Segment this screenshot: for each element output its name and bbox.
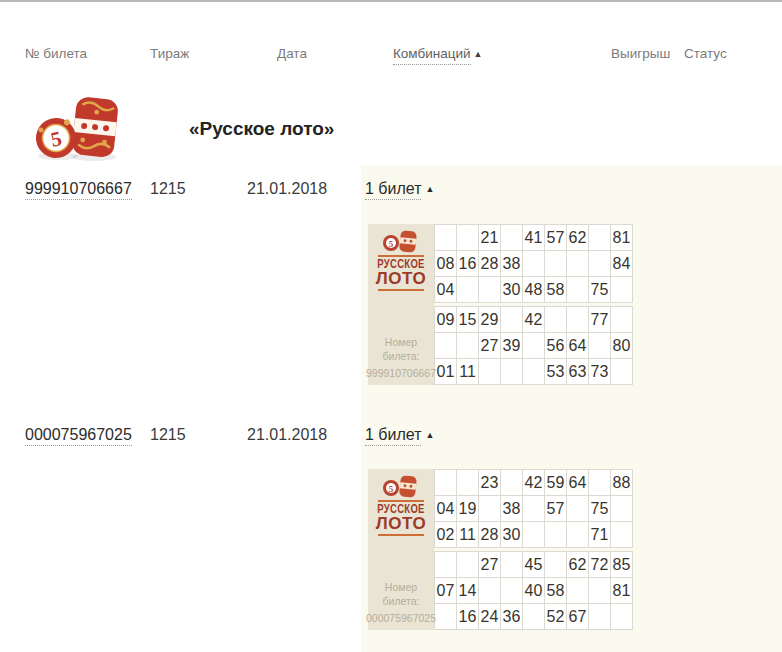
ticket-grid-cell: 28 (479, 251, 500, 276)
brand-title-bottom: ЛОТО (376, 515, 426, 532)
ticket-grid-cell: 42 (523, 470, 544, 495)
ticket-grid-cell: 30 (501, 277, 522, 302)
ticket-grid-cell: 14 (457, 578, 478, 603)
ticket-grid-cell (479, 359, 500, 384)
ticket-grid-cell (457, 225, 478, 250)
ticket-grid-cell (611, 277, 632, 302)
draw-date: 21.01.2018 (247, 180, 327, 198)
ticket-grid-cell (523, 496, 544, 521)
ticket-grid-lower: 091529427727395664800111536373 (434, 306, 633, 385)
ticket-grids: 214157628108162838840430485875 091529427… (434, 224, 633, 385)
combinations-toggle[interactable]: 1 билет▲ (365, 180, 434, 198)
ticket-grid-cell (435, 225, 456, 250)
ticket-brand-panel: 5 РУССКОЕ ЛОТО Номер билета: 00007596702… (368, 469, 434, 630)
brand-title-bottom: ЛОТО (376, 270, 426, 287)
ticket-grid-cell: 62 (567, 225, 588, 250)
combinations-toggle[interactable]: 1 билет▲ (365, 426, 434, 444)
ticket-grid-cell: 38 (501, 496, 522, 521)
header-win: Выигрыш (611, 46, 670, 61)
header-ticket-number: № билета (25, 46, 87, 61)
ticket-grid-cell (501, 578, 522, 603)
lottery-title: «Русское лото» (189, 118, 334, 140)
ticket-grid-cell: 24 (479, 604, 500, 629)
brand-rule-bottom (378, 289, 424, 291)
ticket-grid-cell (479, 277, 500, 302)
collapse-arrow-icon: ▲ (425, 184, 434, 194)
header-combinations-label: Комбинаций (393, 46, 471, 65)
ticket-grid-cell: 08 (435, 251, 456, 276)
ticket-grid-cell: 23 (479, 470, 500, 495)
ticket-number-value: 999910706667 (366, 367, 436, 379)
ticket-grid-cell: 64 (567, 333, 588, 358)
ticket-grid-cell: 63 (567, 359, 588, 384)
draw-date: 21.01.2018 (247, 426, 327, 444)
ticket-grid-cell: 02 (435, 522, 456, 547)
ticket-grid-cell: 71 (589, 522, 610, 547)
ticket-grid-cell: 59 (545, 470, 566, 495)
ticket-grid-cell (501, 359, 522, 384)
ticket-grid-cell (545, 251, 566, 276)
ticket-grid-cell (589, 251, 610, 276)
ticket-grid-cell: 75 (589, 277, 610, 302)
ticket-grid-cell: 84 (611, 251, 632, 276)
header-combinations-sort[interactable]: Комбинаций▲ (393, 46, 482, 61)
ticket-grid-cell: 01 (435, 359, 456, 384)
ticket-grid-cell (523, 604, 544, 629)
ticket-grid-cell: 04 (435, 496, 456, 521)
svg-text:5: 5 (389, 484, 394, 494)
ticket-grid-cell (523, 522, 544, 547)
ticket-number-link[interactable]: 000075967025 (25, 426, 132, 444)
ticket-grid-cell: 67 (567, 604, 588, 629)
ticket-grid-cell (501, 470, 522, 495)
ticket-grid-cell: 29 (479, 307, 500, 332)
ticket-grid-cell: 72 (589, 552, 610, 577)
ticket-grid-cell: 58 (545, 578, 566, 603)
ticket-grid-cell: 39 (501, 333, 522, 358)
ticket-grid-cell (501, 307, 522, 332)
ticket-grid-cell (501, 552, 522, 577)
ticket-grid-cell (523, 333, 544, 358)
header-draw: Тираж (150, 46, 189, 61)
sort-asc-icon: ▲ (474, 49, 483, 59)
ticket-grid-cell (611, 496, 632, 521)
ticket-grid-cell: 28 (479, 522, 500, 547)
ticket-grid-cell: 45 (523, 552, 544, 577)
ticket-grid-cell: 58 (545, 277, 566, 302)
ticket-grid-cell: 56 (545, 333, 566, 358)
ticket-grid-cell: 85 (611, 552, 632, 577)
ticket-number-link[interactable]: 999910706667 (25, 180, 132, 198)
ticket-grid-cell: 11 (457, 359, 478, 384)
ticket-grid-cell: 16 (457, 604, 478, 629)
mini-barrels-icon: 5 (382, 229, 420, 253)
ticket-grid-cell: 04 (435, 277, 456, 302)
ticket-grid-cell (435, 470, 456, 495)
ticket-grid-cell (567, 251, 588, 276)
ticket-grid-cell: 30 (501, 522, 522, 547)
ticket-grid-cell: 15 (457, 307, 478, 332)
ticket-grid-cell (523, 359, 544, 384)
ticket-grid-cell (589, 604, 610, 629)
ticket-grid-upper: 214157628108162838840430485875 (434, 224, 633, 303)
ticket-card: 5 РУССКОЕ ЛОТО Номер билета: 99991070666… (368, 224, 632, 385)
ticket-grid-cell: 11 (457, 522, 478, 547)
ticket-card: 5 РУССКОЕ ЛОТО Номер билета: 00007596702… (368, 469, 632, 630)
ticket-number-value: 000075967025 (366, 612, 436, 624)
ticket-grid-cell (435, 604, 456, 629)
ticket-brand-panel: 5 РУССКОЕ ЛОТО Номер билета: 99991070666… (368, 224, 434, 385)
ticket-grid-cell (589, 225, 610, 250)
ticket-grid-cell: 42 (523, 307, 544, 332)
ticket-grid-cell: 53 (545, 359, 566, 384)
ticket-grid-cell: 48 (523, 277, 544, 302)
ticket-grid-cell: 27 (479, 333, 500, 358)
ticket-grid-cell: 88 (611, 470, 632, 495)
ticket-grid-cell: 73 (589, 359, 610, 384)
ticket-grid-cell: 38 (501, 251, 522, 276)
brand-rule-bottom (378, 534, 424, 536)
ticket-grid-cell (501, 225, 522, 250)
ticket-grid-cell (545, 522, 566, 547)
ticket-grid-cell: 80 (611, 333, 632, 358)
ticket-grid-cell: 16 (457, 251, 478, 276)
ticket-grid-cell (457, 552, 478, 577)
ticket-grid-cell (567, 578, 588, 603)
ticket-grid-cell (545, 307, 566, 332)
